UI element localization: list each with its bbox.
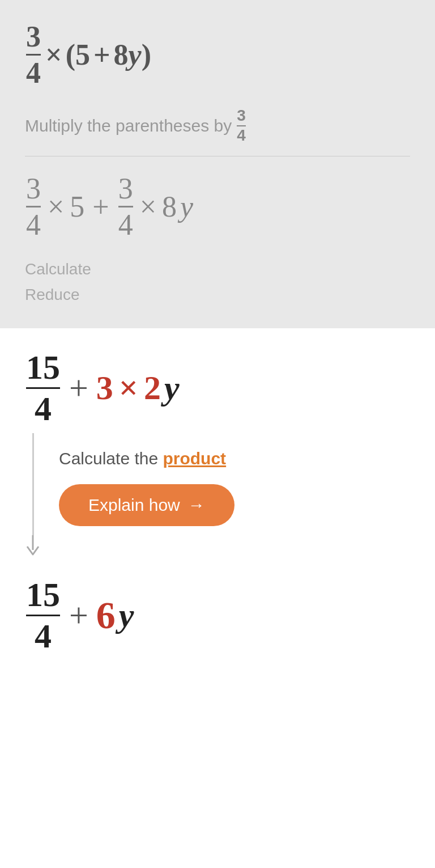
num-2-red: 2: [144, 369, 161, 408]
expression-2: 3 4 × 5 + 3 4 × 8 y: [25, 172, 410, 241]
divider: [25, 156, 410, 156]
var-y-3: y: [164, 369, 180, 408]
expression-3: 15 4 + 3 × 2 y: [25, 349, 410, 427]
var-y-2: y: [180, 190, 193, 223]
down-arrow-icon: [25, 535, 41, 560]
numerator: 3: [26, 20, 41, 56]
explain-how-label: Explain how: [88, 496, 180, 515]
num-3-red: 3: [96, 369, 113, 408]
frac1-num: 3: [26, 172, 41, 208]
num-5b: 5: [70, 190, 84, 223]
frac1-3-4: 3 4: [26, 172, 41, 241]
plus-symbol: +: [93, 38, 110, 71]
step-text-calculate-product: Calculate the product: [59, 449, 410, 468]
frac3-den: 4: [35, 389, 52, 427]
frac2-3-4: 3 4: [118, 172, 133, 241]
frac-15-4-final: 15 4: [26, 576, 60, 655]
times-symbol: ×: [45, 38, 62, 71]
sm-denominator: 4: [237, 126, 246, 145]
fraction-sm-3-4: 3 4: [237, 107, 246, 145]
step-labels: Calculate Reduce: [25, 257, 410, 308]
num-5: 5: [75, 38, 90, 71]
frac3-num: 15: [26, 349, 60, 389]
white-section: 15 4 + 3 × 2 y Calculate the product: [0, 328, 435, 678]
grey-section: 3 4 × ( 5 + 8 y ) Multiply the parenthes…: [0, 0, 435, 328]
num-8b: 8: [162, 190, 177, 223]
frac4-den: 4: [35, 616, 52, 655]
denominator: 4: [26, 56, 41, 89]
num-8: 8: [114, 38, 129, 71]
explain-how-button[interactable]: Explain how →: [59, 484, 234, 526]
plus-d: +: [69, 596, 88, 635]
frac1-den: 4: [26, 208, 41, 241]
step-reduce: Reduce: [25, 282, 410, 308]
close-paren: ): [142, 38, 151, 71]
frac-15-4: 15 4: [26, 349, 60, 427]
arrow-right-icon: →: [188, 496, 205, 515]
frac4-num: 15: [26, 576, 60, 616]
plus-b: +: [92, 190, 109, 223]
sm-numerator: 3: [237, 107, 246, 126]
open-paren: (: [66, 38, 75, 71]
instruction-line: Multiply the parentheses by 3 4: [25, 107, 410, 145]
instruction-text: Multiply the parentheses by: [25, 116, 232, 136]
times1: ×: [48, 190, 64, 223]
step-calculate: Calculate: [25, 257, 410, 282]
step-text-plain: Calculate the: [59, 449, 158, 468]
var-y-4: y: [119, 596, 134, 635]
var-y: y: [129, 38, 142, 71]
plus-c: +: [69, 369, 88, 408]
num-6-red: 6: [96, 593, 116, 638]
step-detail: Calculate the product Explain how →: [41, 433, 410, 560]
expression-4: 15 4 + 6 y: [25, 576, 410, 655]
fraction-3-4: 3 4: [26, 20, 41, 89]
expression-1: 3 4 × ( 5 + 8 y ): [25, 20, 410, 89]
times2: ×: [140, 190, 156, 223]
frac2-num: 3: [118, 172, 133, 208]
times-c: ×: [119, 369, 138, 408]
vertical-line: [32, 433, 34, 535]
product-link[interactable]: product: [163, 449, 226, 468]
frac2-den: 4: [118, 208, 133, 241]
